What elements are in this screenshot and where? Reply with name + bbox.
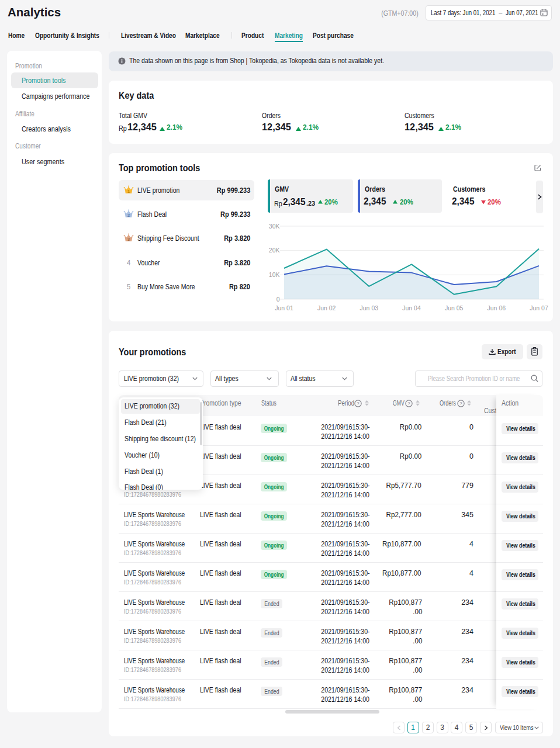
svg-text:?: ? <box>357 401 359 406</box>
svg-text:Jun 05: Jun 05 <box>445 304 464 311</box>
svg-text:Jun 01: Jun 01 <box>275 304 293 311</box>
svg-text:Jun 02: Jun 02 <box>317 304 336 311</box>
svg-text:0: 0 <box>276 296 280 303</box>
svg-text:20K: 20K <box>269 247 280 254</box>
svg-text:Jun 03: Jun 03 <box>360 304 379 311</box>
svg-text:2: 2 <box>127 213 130 218</box>
svg-text:Jun 07: Jun 07 <box>530 304 548 311</box>
svg-text:10K: 10K <box>269 271 280 278</box>
svg-text:30K: 30K <box>269 223 280 230</box>
svg-text:Jun 04: Jun 04 <box>402 304 421 311</box>
svg-text:1: 1 <box>127 189 130 194</box>
svg-text:Jun 06: Jun 06 <box>488 304 506 311</box>
svg-text:?: ? <box>407 401 410 406</box>
svg-text:3: 3 <box>127 237 130 242</box>
svg-text:?: ? <box>459 401 462 406</box>
